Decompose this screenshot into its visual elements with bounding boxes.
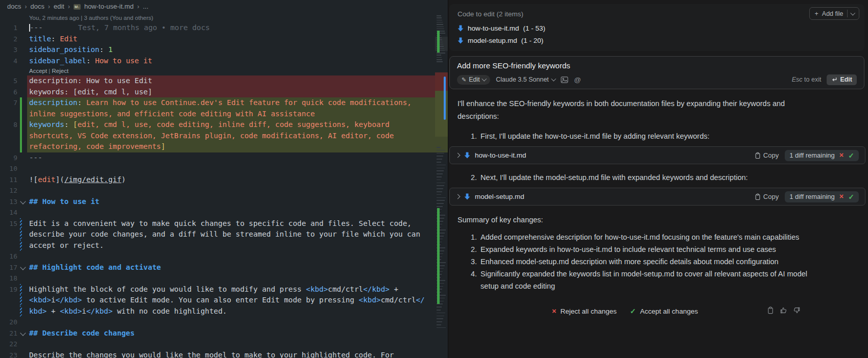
breadcrumb-separator-icon: › (137, 0, 139, 13)
mode-label: Edit (469, 76, 480, 83)
accept-all-button[interactable]: ✓ Accept all changes (630, 308, 698, 315)
code-line[interactable]: 19Highlight the block of code you would … (0, 284, 448, 295)
diff-file-card[interactable]: how-to-use-it.md Copy 1 diff remaining ×… (449, 146, 865, 164)
thumbs-up-icon[interactable] (780, 306, 787, 314)
minimap-mark (437, 173, 443, 174)
reject-diff-button[interactable]: × (839, 151, 843, 159)
code-line[interactable]: 8keywords: [edit, cmd l, use, code editi… (0, 119, 448, 131)
code-line[interactable]: 3sidebar_position: 1 (0, 44, 448, 56)
response-step: 2.Next, I'll update the model-setup.md f… (471, 173, 868, 182)
breadcrumb-item[interactable]: docs (30, 0, 44, 13)
summary-item: 1.Added comprehensive description for ho… (471, 231, 814, 243)
minimap-mark (437, 153, 444, 154)
image-attach-button[interactable] (561, 76, 568, 83)
codelens-accept[interactable]: Accept (29, 68, 47, 74)
minimap-mark (437, 15, 441, 16)
code-line[interactable]: 23Describe the changes you would like th… (0, 350, 448, 358)
mention-button[interactable]: @ (574, 76, 581, 84)
code-line[interactable]: 10 (0, 163, 448, 174)
code-line[interactable]: 7description: Learn how to use Continue.… (0, 97, 448, 109)
markdown-arrow-icon (457, 37, 464, 44)
minimap[interactable] (435, 13, 448, 358)
diff-file-card[interactable]: model-setup.md Copy 1 diff remaining × ✓ (449, 188, 865, 206)
reject-diff-button[interactable]: × (839, 193, 843, 200)
code-line[interactable]: 20 (0, 317, 448, 328)
model-label: Claude 3.5 Sonnet (496, 76, 549, 83)
code-line[interactable]: 17## Highlight code and activate (0, 262, 448, 273)
copy-button[interactable]: Copy (755, 193, 779, 200)
code-line[interactable]: 2title: Edit (0, 34, 448, 45)
edit-input-box[interactable]: Add more SEO-friendly keywords ✎ Edit Cl… (449, 56, 864, 89)
diff-remaining-badge: 1 diff remaining × ✓ (785, 191, 859, 202)
summary-list: 1.Added comprehensive description for ho… (471, 231, 814, 292)
code-line[interactable]: 14 (0, 207, 448, 218)
enter-key-icon (831, 77, 837, 82)
code-area[interactable]: You, 2 minutes ago | 3 authors (You and … (0, 13, 448, 358)
chevron-right-icon[interactable] (455, 194, 461, 199)
minimap-mark (437, 183, 445, 184)
code-line[interactable]: <kbd>i</kbd> to active Edit mode. You ca… (0, 295, 448, 306)
code-line[interactable]: 1--- Test, 7 months ago • more docs (0, 22, 448, 34)
code-line[interactable]: 9--- (0, 152, 448, 164)
minimap-mark (437, 176, 442, 177)
minimap-mark (437, 59, 442, 60)
response-footer: × Reject all changes ✓ Accept all change… (449, 303, 801, 319)
diff-codelens: Accept | Reject (0, 66, 448, 75)
thumbs-down-icon[interactable] (793, 306, 801, 314)
fold-chevron-icon[interactable] (20, 264, 26, 270)
code-line[interactable]: 18 (0, 273, 448, 284)
add-file-button[interactable]: + Add file (809, 7, 859, 20)
prompt-input[interactable]: Add more SEO-friendly keywords (457, 61, 857, 71)
code-line[interactable]: accept or reject. (0, 240, 448, 251)
minimap-mark (437, 194, 441, 195)
chevron-right-icon[interactable] (455, 153, 461, 158)
breadcrumb-item[interactable]: edit (54, 0, 64, 13)
code-line[interactable]: 5description: How to use Edit (0, 75, 448, 87)
reject-all-button[interactable]: × Reject all changes (552, 308, 617, 315)
breadcrumb-more[interactable]: ... (143, 0, 149, 13)
copy-button[interactable]: Copy (755, 151, 779, 159)
breadcrumb-item[interactable]: docs (7, 0, 21, 13)
code-line[interactable]: 22 (0, 339, 448, 350)
code-line[interactable]: kbd> + <kbd>i</kbd> with no code highlig… (0, 306, 448, 317)
minimap-mark (437, 156, 443, 157)
chevron-down-icon (481, 76, 486, 81)
clipboard-icon (755, 193, 761, 200)
accept-diff-button[interactable]: ✓ (848, 152, 854, 159)
code-line[interactable]: shortcuts, VS Code extension, JetBrains … (0, 131, 448, 142)
code-to-edit-item[interactable]: model-setup.md (1 - 20) (457, 37, 857, 44)
code-line[interactable]: describe your code changes, and a diff w… (0, 229, 448, 240)
mode-select[interactable]: ✎ Edit (457, 75, 490, 85)
codelens-reject[interactable]: Reject (52, 68, 69, 74)
pencil-icon: ✎ (462, 76, 466, 83)
chevron-down-icon[interactable] (850, 10, 855, 15)
code-line[interactable]: 16 (0, 251, 448, 262)
assistant-response: I'll enhance the SEO-friendly keywords i… (448, 89, 868, 319)
code-line[interactable]: 21## Describe code changes (0, 328, 448, 339)
copy-response-icon[interactable] (767, 306, 774, 314)
submit-edit-button[interactable]: Edit (827, 74, 857, 85)
code-line[interactable]: 15Edit is a convenient way to make quick… (0, 218, 448, 229)
accept-diff-button[interactable]: ✓ (848, 193, 854, 200)
added-line-gutter-marker (20, 119, 22, 131)
minimap-mark (437, 200, 445, 201)
code-line[interactable]: 6keywords: [edit, cmd l, use] (0, 87, 448, 98)
blame-annotation[interactable]: You, 2 minutes ago | 3 authors (You and … (0, 13, 448, 22)
model-select[interactable]: Claude 3.5 Sonnet (496, 76, 555, 83)
code-line[interactable]: 12 (0, 185, 448, 196)
code-line[interactable]: 11![edit](/img/edit.gif) (0, 174, 448, 186)
minimap-mark (437, 31, 440, 53)
minimap-mark (437, 324, 441, 325)
code-line[interactable]: 13## How to use it (0, 196, 448, 208)
code-line[interactable]: 4sidebar_label: How to use it (0, 56, 448, 67)
code-line[interactable]: inline suggestions, and efficient code e… (0, 109, 448, 120)
summary-item: 3.Enhanced model-setup.md description wi… (471, 255, 814, 268)
code-to-edit-item[interactable]: how-to-use-it.md (1 - 53) (457, 24, 857, 32)
minimap-mark (437, 185, 444, 186)
breadcrumb-file[interactable]: how-to-use-it.md (84, 0, 134, 13)
code-line[interactable]: refactoring, code improvements] (0, 141, 448, 152)
fold-chevron-icon[interactable] (20, 330, 26, 336)
minimap-mark (437, 206, 443, 207)
minimap-mark (437, 162, 441, 163)
fold-chevron-icon[interactable] (20, 198, 26, 204)
